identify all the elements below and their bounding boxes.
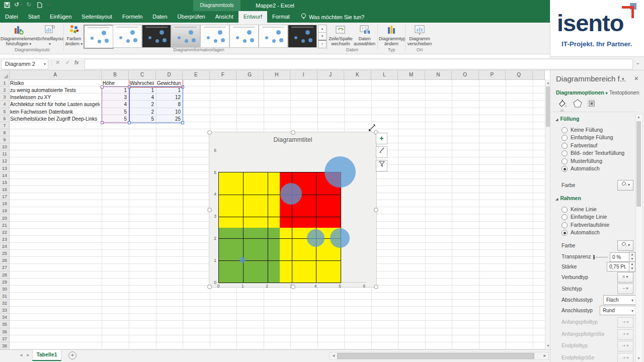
column-header-P[interactable]: P bbox=[479, 70, 506, 79]
row-header-38[interactable]: 38 bbox=[0, 342, 9, 349]
row-header-36[interactable]: 36 bbox=[0, 328, 9, 335]
row-header-7[interactable]: 7 bbox=[0, 122, 9, 129]
change-colors-button[interactable]: Farben ändern ▾ bbox=[65, 24, 83, 52]
formula-bar-expand-icon[interactable]: ⌄ bbox=[635, 59, 640, 66]
chart-resize-handle[interactable] bbox=[207, 208, 212, 212]
vertical-scroll-thumb[interactable] bbox=[546, 86, 550, 127]
row-header-21[interactable]: 21 bbox=[0, 222, 9, 229]
join-type-select[interactable]: Rund▾ bbox=[600, 306, 636, 315]
cell-A2[interactable]: zu wenig automatisierte Tests bbox=[10, 87, 100, 94]
fill-option-musterf-llung[interactable]: Musterfüllung bbox=[561, 158, 637, 165]
border-option-automatisch[interactable]: Automatisch bbox=[561, 229, 637, 236]
row-header-33[interactable]: 33 bbox=[0, 307, 9, 314]
ribbon-tab-datei[interactable]: Datei bbox=[0, 11, 23, 23]
row-header-4[interactable]: 4 bbox=[0, 101, 9, 108]
cell-A3[interactable]: Inselwissen zu XY bbox=[10, 94, 100, 101]
fill-color-button[interactable]: ▾ bbox=[617, 180, 633, 191]
weight-value[interactable]: 0,75 Pt. bbox=[607, 262, 630, 272]
column-header-partial[interactable] bbox=[533, 70, 545, 79]
compound-type-dropdown[interactable]: ≡ ▾ bbox=[617, 272, 633, 283]
transparency-slider-track[interactable] bbox=[594, 257, 608, 257]
ribbon-tab-ansicht[interactable]: Ansicht bbox=[210, 11, 238, 23]
fill-option-bild-oder-texturf-llung[interactable]: Bild- oder Texturfüllung bbox=[561, 150, 637, 157]
weight-spinner[interactable]: ▲▼ bbox=[629, 261, 635, 272]
sheet-tab-tabelle1[interactable]: Tabelle1 bbox=[32, 350, 61, 361]
row-header-11[interactable]: 11 bbox=[0, 150, 9, 157]
pane-scroll-down-icon[interactable]: ▼ bbox=[636, 355, 641, 361]
fill-option-einfarbige-f-llung[interactable]: Einfarbige Füllung bbox=[561, 134, 637, 141]
horizontal-scrollbar[interactable]: ◄ ► bbox=[330, 352, 549, 360]
row-header-15[interactable]: 15 bbox=[0, 179, 9, 186]
ribbon-tab-format[interactable]: Format bbox=[267, 11, 295, 23]
ribbon-tab-einfügen[interactable]: Einfügen bbox=[45, 11, 76, 23]
insert-function-icon[interactable]: fx bbox=[74, 59, 79, 65]
chart-style-thumbnail-1[interactable] bbox=[84, 25, 114, 49]
chart-filter-button[interactable] bbox=[376, 160, 387, 171]
pane-scroll-thumb[interactable] bbox=[636, 121, 641, 207]
gallery-scroll-down[interactable]: ▾ bbox=[318, 32, 327, 40]
row-header-6[interactable]: 6 bbox=[0, 115, 9, 122]
row-header-37[interactable]: 37 bbox=[0, 335, 9, 342]
section-border[interactable]: ◢Rahmen bbox=[555, 195, 581, 201]
new-sheet-button[interactable]: + bbox=[68, 351, 76, 359]
column-header-L[interactable]: L bbox=[371, 70, 398, 79]
chart-object[interactable]: Diagrammtitel 01234560123456 bbox=[209, 132, 377, 288]
row-header-30[interactable]: 30 bbox=[0, 286, 9, 293]
chart-resize-handle[interactable] bbox=[374, 285, 378, 289]
cell-A4[interactable]: Architektur nicht für hohe Lasten ausgel… bbox=[10, 101, 100, 108]
row-header-35[interactable]: 35 bbox=[0, 321, 9, 328]
row-header-31[interactable]: 31 bbox=[0, 293, 9, 300]
chart-elements-button[interactable]: + bbox=[376, 133, 387, 144]
pane-scroll-up-icon[interactable]: ▲ bbox=[636, 114, 641, 120]
size-properties-icon[interactable] bbox=[587, 99, 597, 109]
chart-resize-handle[interactable] bbox=[207, 285, 212, 289]
cell-B1[interactable]: Höhe bbox=[103, 80, 127, 86]
transparency-spinner[interactable]: ▲▼ bbox=[629, 252, 635, 262]
row-header-3[interactable]: 3 bbox=[0, 94, 9, 101]
chart-resize-handle[interactable] bbox=[374, 208, 378, 212]
scroll-right-icon[interactable]: ► bbox=[543, 353, 547, 358]
column-header-Q[interactable]: Q bbox=[506, 70, 533, 79]
row-header-17[interactable]: 17 bbox=[0, 193, 9, 200]
cell-A5[interactable]: kein Fachwissen Datenbank bbox=[10, 109, 100, 115]
effects-pentagon-icon[interactable] bbox=[573, 99, 583, 109]
name-box[interactable]: Diagramm 2 ▾ bbox=[2, 59, 48, 69]
row-header-29[interactable]: 29 bbox=[0, 279, 9, 286]
row-header-5[interactable]: 5 bbox=[0, 108, 9, 115]
fill-option-keine-f-llung[interactable]: Keine Füllung bbox=[561, 127, 637, 134]
row-header-23[interactable]: 23 bbox=[0, 236, 9, 243]
formula-input[interactable] bbox=[85, 59, 633, 69]
border-option-farbverlaufslinie[interactable]: Farbverlaufslinie bbox=[561, 222, 637, 229]
chart-style-thumbnail-5[interactable] bbox=[200, 25, 229, 48]
ribbon-tab-daten[interactable]: Daten bbox=[147, 11, 172, 23]
fill-bucket-icon[interactable] bbox=[557, 99, 568, 109]
scroll-left-icon[interactable]: ◄ bbox=[332, 353, 336, 358]
column-header-F[interactable]: F bbox=[210, 70, 237, 79]
column-header-H[interactable]: H bbox=[264, 70, 291, 79]
tell-me-box[interactable]: Was möchten Sie tun? bbox=[295, 11, 364, 23]
row-header-32[interactable]: 32 bbox=[0, 300, 9, 307]
chart-style-thumbnail-3[interactable] bbox=[142, 25, 171, 48]
column-header-D[interactable]: D bbox=[156, 70, 183, 79]
column-header-E[interactable]: E bbox=[183, 70, 210, 79]
row-header-25[interactable]: 25 bbox=[0, 250, 9, 257]
tab-chart-options[interactable]: Diagrammoptionen ▾ bbox=[556, 89, 608, 96]
column-header-O[interactable]: O bbox=[452, 70, 479, 79]
column-header-A[interactable]: A bbox=[9, 70, 102, 79]
row-header-8[interactable]: 8 bbox=[0, 129, 9, 136]
row-header-16[interactable]: 16 bbox=[0, 186, 9, 193]
column-header-C[interactable]: C bbox=[129, 70, 156, 79]
tab-text-options[interactable]: Textoptionen bbox=[609, 89, 639, 96]
row-header-12[interactable]: 12 bbox=[0, 157, 9, 164]
chart-styles-button[interactable] bbox=[376, 146, 387, 158]
transparency-value[interactable]: 0 % bbox=[610, 252, 630, 262]
ribbon-tab-start[interactable]: Start bbox=[23, 11, 45, 23]
column-header-I[interactable]: I bbox=[290, 70, 317, 79]
row-header-26[interactable]: 26 bbox=[0, 257, 9, 264]
chart-resize-handle[interactable] bbox=[207, 130, 212, 135]
section-fill[interactable]: ◢Füllung bbox=[555, 116, 579, 122]
sheet-nav-left-icon[interactable]: ◄ bbox=[19, 353, 23, 357]
chart-title[interactable]: Diagrammtitel bbox=[209, 136, 376, 143]
cancel-icon[interactable]: ✕ bbox=[55, 59, 60, 66]
row-header-20[interactable]: 20 bbox=[0, 215, 9, 222]
